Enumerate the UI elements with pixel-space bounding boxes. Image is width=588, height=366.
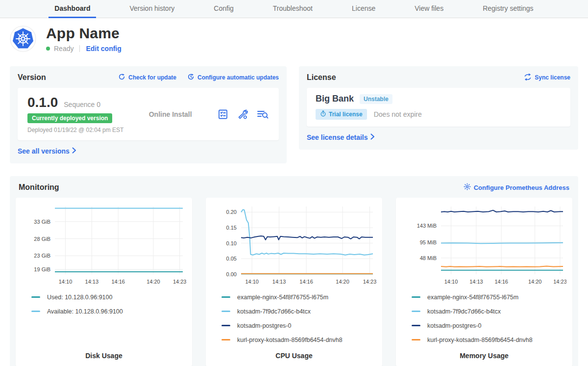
deployed-timestamp: Deployed 01/19/22 @ 02:04 pm EST (27, 127, 123, 133)
legend-color-dash (412, 296, 420, 298)
svg-text:0.15: 0.15 (226, 225, 237, 231)
svg-text:0.05: 0.05 (226, 256, 237, 261)
license-customer-name: Big Bank (316, 94, 354, 104)
app-header: App Name Ready Edit config (0, 18, 588, 57)
legend-item: Used: 10.128.0.96:9100 (31, 290, 187, 304)
channel-badge: Unstable (360, 94, 392, 104)
refresh-icon (118, 73, 125, 82)
chart-card-memory-usage: 143 MiB95 MiB48 MiB14:1014:1314:1614:201… (396, 198, 572, 366)
tab-dashboard[interactable]: Dashboard (49, 0, 96, 18)
legend-item: kotsadm-7f9dc7d66c-b4tcx (412, 304, 567, 318)
version-sequence: Sequence 0 (64, 101, 100, 108)
tab-license[interactable]: License (346, 0, 381, 18)
legend-label: Available: 10.128.0.96:9100 (47, 308, 123, 315)
gear-icon (464, 183, 471, 192)
svg-text:23 GiB: 23 GiB (34, 253, 50, 259)
see-license-details-link[interactable]: See license details (307, 133, 375, 141)
svg-text:14:16: 14:16 (494, 279, 508, 285)
current-version-card: 0.1.0 Sequence 0 Currently deployed vers… (18, 88, 279, 140)
svg-text:95 MiB: 95 MiB (420, 239, 437, 245)
chart-legend: Used: 10.128.0.96:9100Available: 10.128.… (31, 290, 187, 348)
see-all-versions-link[interactable]: See all versions (18, 147, 76, 155)
svg-text:33 GiB: 33 GiB (34, 219, 50, 225)
deployed-badge: Currently deployed version (27, 113, 112, 123)
legend-color-dash (412, 311, 420, 312)
svg-text:14:10: 14:10 (59, 279, 73, 285)
divider (79, 45, 80, 52)
svg-text:14:20: 14:20 (147, 279, 160, 285)
legend-item: kurl-proxy-kotsadm-8569fb6454-dnvh8 (412, 333, 567, 347)
svg-text:143 MiB: 143 MiB (417, 223, 437, 229)
legend-label: kotsadm-postgres-0 (237, 322, 291, 329)
trial-license-badge: Trial license (316, 109, 367, 120)
svg-text:14:20: 14:20 (336, 279, 349, 285)
legend-color-dash (412, 339, 420, 340)
svg-text:0.10: 0.10 (226, 240, 237, 246)
sync-arrows-icon (524, 74, 532, 82)
legend-label: kurl-proxy-kotsadm-8569fb6454-dnvh8 (237, 337, 343, 343)
legend-label: example-nginx-54f8f76755-l675m (427, 294, 518, 301)
legend-item: kotsadm-postgres-0 (221, 318, 377, 333)
svg-text:14:13: 14:13 (85, 279, 99, 285)
legend-item: kurl-proxy-kotsadm-8569fb6454-dnvh8 (221, 333, 377, 347)
chart-plot: 0.200.150.100.050.0014:1014:1314:1614:20… (211, 202, 376, 287)
monitoring-title: Monitoring (19, 183, 59, 192)
svg-text:14:23: 14:23 (363, 279, 376, 285)
legend-label: kotsadm-postgres-0 (427, 322, 481, 329)
legend-label: kotsadm-7f9dc7d66c-b4tcx (427, 308, 501, 315)
legend-color-dash (221, 325, 230, 326)
install-type: Online Install (149, 110, 192, 118)
configure-prometheus-button[interactable]: Configure Prometheus Address (464, 183, 569, 192)
preflight-checklist-icon[interactable] (217, 108, 229, 120)
legend-color-dash (221, 311, 230, 312)
svg-text:14:16: 14:16 (299, 279, 313, 285)
app-status: Ready (54, 45, 74, 52)
svg-text:14:23: 14:23 (173, 279, 186, 285)
legend-label: kotsadm-7f9dc7d66c-b4tcx (237, 308, 311, 315)
check-for-update-button[interactable]: Check for update (118, 73, 176, 82)
legend-label: example-nginx-54f8f76755-l675m (237, 294, 328, 301)
config-wrench-gear-icon[interactable] (237, 108, 248, 120)
legend-label: Used: 10.128.0.96:9100 (47, 294, 112, 301)
license-panel: License Sync license Big Bank Unstable T… (299, 66, 578, 150)
top-nav: DashboardVersion historyConfigTroublesho… (0, 0, 588, 18)
svg-text:14:20: 14:20 (528, 279, 542, 285)
app-title: App Name (46, 25, 122, 42)
legend-color-dash (31, 296, 40, 298)
legend-item: kotsadm-postgres-0 (412, 318, 567, 333)
schedule-clock-icon (187, 73, 195, 82)
svg-text:14:13: 14:13 (272, 279, 286, 285)
license-details-card: Big Bank Unstable Trial license Does not… (307, 88, 570, 127)
charts-row: 33 GiB28 GiB23 GiB19 GiB14:1014:1314:161… (16, 198, 572, 366)
legend-color-dash (221, 296, 230, 298)
svg-text:28 GiB: 28 GiB (34, 236, 50, 242)
license-panel-title: License (307, 73, 336, 82)
legend-item: example-nginx-54f8f76755-l675m (412, 290, 567, 304)
svg-text:14:10: 14:10 (444, 279, 458, 285)
legend-color-dash (31, 311, 40, 312)
license-expiry: Does not expire (374, 110, 422, 118)
svg-text:14:10: 14:10 (245, 279, 259, 285)
chart-card-disk-usage: 33 GiB28 GiB23 GiB19 GiB14:1014:1314:161… (16, 198, 192, 366)
chart-plot: 143 MiB95 MiB48 MiB14:1014:1314:1614:201… (401, 202, 566, 287)
edit-config-link[interactable]: Edit config (86, 45, 121, 52)
version-panel: Version Check for update Configure autom… (10, 66, 287, 163)
tab-config[interactable]: Config (208, 0, 239, 18)
legend-color-dash (412, 325, 420, 326)
configure-automatic-updates-button[interactable]: Configure automatic updates (187, 73, 279, 82)
svg-text:14:13: 14:13 (469, 279, 483, 285)
chevron-right-icon (370, 133, 375, 141)
status-dot (46, 47, 50, 51)
svg-text:0.20: 0.20 (226, 209, 237, 215)
tab-version-history[interactable]: Version history (123, 0, 180, 18)
version-panel-title: Version (18, 73, 46, 82)
tab-registry-settings[interactable]: Registry settings (477, 0, 539, 18)
sync-license-button[interactable]: Sync license (524, 74, 570, 82)
tab-view-files[interactable]: View files (409, 0, 449, 18)
svg-text:0.00: 0.00 (226, 271, 237, 277)
legend-item: example-nginx-54f8f76755-l675m (221, 290, 377, 304)
view-logs-icon[interactable] (256, 108, 269, 120)
chart-title: Memory Usage (401, 352, 567, 360)
svg-text:14:23: 14:23 (553, 279, 566, 285)
tab-troubleshoot[interactable]: Troubleshoot (267, 0, 318, 18)
